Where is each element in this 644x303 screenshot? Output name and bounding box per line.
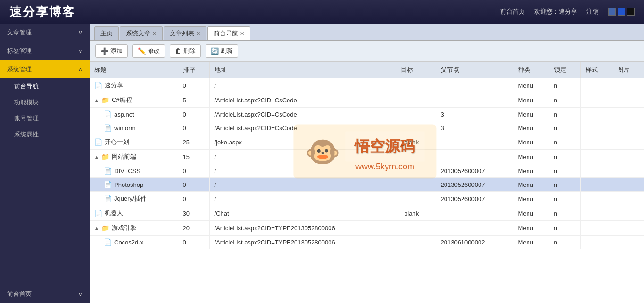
tab-home[interactable]: 主页	[94, 26, 119, 40]
cell-locked: n	[549, 221, 580, 236]
table-row[interactable]: ▲📁 网站前端15/Menun	[90, 150, 644, 164]
cell-locked: n	[549, 164, 580, 178]
cell-parent: 2013052600007	[436, 192, 513, 206]
cell-style	[580, 108, 612, 121]
toolbar: ➕ 添加 ✏️ 修改 🗑 删除 🔄 刷新	[90, 41, 644, 62]
cell-title: 📄 速分享	[90, 78, 178, 93]
cell-url: /	[209, 150, 396, 164]
cell-style	[580, 164, 612, 178]
cell-image	[612, 206, 644, 221]
cell-title: 📄 机器人	[90, 206, 178, 221]
cell-style	[580, 206, 612, 221]
cell-image	[612, 192, 644, 206]
main-layout: 文章管理 ∨ 标签管理 ∨ 系统管理 ∧ 前台导航 功能模块 账号管理	[0, 24, 644, 303]
cell-parent	[436, 221, 513, 236]
sidebar-header-tag[interactable]: 标签管理 ∨	[0, 42, 90, 60]
tab-system-article[interactable]: 系统文章 ✕	[120, 26, 163, 40]
cell-type: Menu	[513, 192, 549, 206]
cell-parent: 2013061000002	[436, 236, 513, 249]
table-row[interactable]: 📄 Photoshop0/2013052600007Menun	[90, 178, 644, 192]
refresh-button[interactable]: 🔄 刷新	[206, 44, 238, 58]
cell-target	[396, 164, 436, 178]
tab-close-icon[interactable]: ✕	[240, 31, 244, 37]
cell-locked: n	[549, 108, 580, 121]
site-logo: 速分享博客	[9, 4, 500, 20]
chevron-down-icon: ∨	[78, 291, 83, 297]
sidebar-item-account-mgmt[interactable]: 账号管理	[0, 110, 90, 126]
sidebar-item-frontend-nav[interactable]: 前台导航	[0, 78, 90, 94]
row-icon: 📄 机器人	[94, 209, 123, 218]
color-swatch-blue[interactable]	[608, 8, 616, 16]
sidebar-item-system-props[interactable]: 系统属性	[0, 126, 90, 143]
cell-parent	[436, 206, 513, 221]
table-row[interactable]: 📄 速分享0/Menun	[90, 78, 644, 93]
row-icon: 📄 开心一刻	[94, 138, 129, 146]
cell-url: /	[209, 164, 396, 178]
col-sort: 排序	[178, 62, 209, 78]
sidebar-header-system[interactable]: 系统管理 ∧	[0, 60, 90, 78]
table-row[interactable]: ▲📁 游戏引擎20/ArticleList.aspx?CID=TYPE20130…	[90, 221, 644, 236]
cell-type: Menu	[513, 206, 549, 221]
tab-article-list[interactable]: 文章列表 ✕	[164, 26, 206, 40]
cell-target: _blank	[396, 206, 436, 221]
cell-title: 📄 开心一刻	[90, 135, 178, 150]
col-type: 种类	[513, 62, 549, 78]
tab-close-icon[interactable]: ✕	[152, 31, 157, 37]
header-right: 前台首页 欢迎您：速分享 注销	[500, 8, 635, 16]
table-row[interactable]: 📄 机器人30/Chat_blankMenun	[90, 206, 644, 221]
row-icon: ▲📁 C#编程	[94, 96, 132, 104]
chevron-down-icon: ∨	[78, 29, 83, 36]
table-row[interactable]: 📄 开心一刻25/joke.aspx_blankMenun	[90, 135, 644, 150]
table-header-row: 标题 排序 地址 目标 父节点 种类 锁定 样式 图片	[90, 62, 644, 78]
cell-parent: 3	[436, 108, 513, 121]
expand-icon: ▲	[94, 154, 99, 160]
cell-image	[612, 108, 644, 121]
cell-image	[612, 150, 644, 164]
table-row[interactable]: 📄 winform0/ArticleList.aspx?CID=CsCode3M…	[90, 121, 644, 135]
sidebar-item-function-module[interactable]: 功能模块	[0, 94, 90, 110]
table-row[interactable]: 📄 DIV+CSS0/2013052600007Menun	[90, 164, 644, 178]
cell-locked: n	[549, 121, 580, 135]
table-row[interactable]: 📄 Cocos2d-x0/ArticleList.aspx?CID=TYPE20…	[90, 236, 644, 249]
frontend-home-link[interactable]: 前台首页	[500, 8, 525, 16]
edit-button[interactable]: ✏️ 修改	[132, 44, 165, 58]
col-style: 样式	[580, 62, 612, 78]
color-swatch-black[interactable]	[627, 8, 635, 16]
cell-style	[580, 236, 612, 249]
cell-target	[396, 108, 436, 121]
logout-link[interactable]: 注销	[586, 8, 599, 16]
cell-type: Menu	[513, 135, 549, 150]
color-swatch-darkblue[interactable]	[618, 8, 625, 16]
data-table-container: 标题 排序 地址 目标 父节点 种类 锁定 样式 图片 📄 速分享0/Menun…	[90, 62, 644, 303]
row-icon: 📄 DIV+CSS	[104, 167, 140, 175]
cell-locked: n	[549, 236, 580, 249]
cell-target	[396, 150, 436, 164]
cell-title: 📄 DIV+CSS	[90, 164, 178, 178]
table-row[interactable]: 📄 Jquery/插件0/2013052600007Menun	[90, 192, 644, 206]
cell-title: 📄 winform	[90, 121, 178, 135]
table-row[interactable]: ▲📁 C#编程5/ArticleList.aspx?CID=CsCodeMenu…	[90, 93, 644, 108]
add-button[interactable]: ➕ 添加	[95, 44, 128, 58]
cell-target	[396, 221, 436, 236]
main-content: 主页 系统文章 ✕ 文章列表 ✕ 前台导航 ✕ ➕ 添加 ✏️ 修改	[90, 24, 644, 303]
color-swatches	[608, 8, 635, 16]
sidebar-system-label: 系统管理	[7, 65, 32, 74]
col-url: 地址	[209, 62, 396, 78]
col-target: 目标	[396, 62, 436, 78]
tab-close-icon[interactable]: ✕	[196, 31, 200, 37]
cell-title: 📄 Photoshop	[90, 178, 178, 192]
sidebar-header-article[interactable]: 文章管理 ∨	[0, 24, 90, 42]
sidebar-footer-link[interactable]: 前台首页 ∨	[0, 285, 90, 303]
folder-icon: 📁	[101, 224, 109, 232]
cell-style	[580, 121, 612, 135]
table-row[interactable]: 📄 asp.net0/ArticleList.aspx?CID=CsCode3M…	[90, 108, 644, 121]
cell-target	[396, 78, 436, 93]
cell-sort: 25	[178, 135, 209, 150]
file-icon: 📄	[104, 110, 112, 118]
header: 速分享博客 前台首页 欢迎您：速分享 注销	[0, 0, 644, 24]
col-image: 图片	[612, 62, 644, 78]
delete-button[interactable]: 🗑 删除	[170, 44, 201, 58]
cell-sort: 0	[178, 164, 209, 178]
file-icon: 📄	[104, 167, 112, 175]
tab-frontend-nav[interactable]: 前台导航 ✕	[207, 26, 250, 40]
